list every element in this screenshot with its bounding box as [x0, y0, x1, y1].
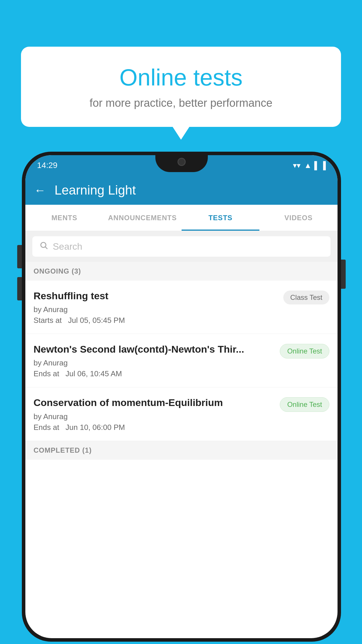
phone-screen: 14:29 ▾▾ ▲▐ ▐ ← Learning Light MENTS ANN… — [25, 155, 338, 638]
search-placeholder: Search — [53, 241, 82, 252]
volume-up-button — [17, 245, 22, 268]
app-header: ← Learning Light — [25, 176, 338, 205]
test-item[interactable]: Newton's Second law(contd)-Newton's Thir… — [25, 334, 338, 387]
search-icon — [39, 241, 48, 252]
test-title: Reshuffling test — [34, 289, 277, 302]
test-time: Ends at Jun 10, 06:00 PM — [34, 423, 274, 432]
svg-point-0 — [41, 242, 46, 248]
test-info: Newton's Second law(contd)-Newton's Thir… — [34, 343, 280, 378]
search-container: Search — [25, 231, 338, 262]
back-button[interactable]: ← — [34, 184, 46, 197]
test-author: by Anurag — [34, 305, 277, 314]
power-button — [341, 260, 346, 289]
test-list: Reshuffling test by Anurag Starts at Jul… — [25, 281, 338, 441]
speech-bubble-container: Online tests for more practice, better p… — [21, 47, 341, 127]
tab-announcements[interactable]: ANNOUNCEMENTS — [103, 205, 182, 231]
online-test-badge: Online Test — [280, 397, 329, 412]
battery-icon: ▐ — [321, 161, 326, 170]
test-time: Starts at Jul 05, 05:45 PM — [34, 316, 277, 325]
search-input-wrap[interactable]: Search — [32, 236, 331, 257]
completed-section-header: COMPLETED (1) — [25, 441, 338, 460]
test-title: Newton's Second law(contd)-Newton's Thir… — [34, 343, 274, 356]
speech-bubble: Online tests for more practice, better p… — [21, 47, 341, 127]
volume-down-button — [17, 277, 22, 300]
test-item[interactable]: Conservation of momentum-Equilibrium by … — [25, 387, 338, 441]
speech-bubble-subtitle: for more practice, better performance — [36, 97, 326, 109]
front-camera — [178, 158, 186, 166]
signal-icon: ▲▐ — [304, 161, 317, 170]
test-title: Conservation of momentum-Equilibrium — [34, 396, 274, 409]
tab-ments[interactable]: MENTS — [25, 205, 103, 231]
ongoing-section-header: ONGOING (3) — [25, 262, 338, 281]
tab-videos[interactable]: VIDEOS — [259, 205, 338, 231]
test-time: Ends at Jul 06, 10:45 AM — [34, 369, 274, 378]
test-info: Reshuffling test by Anurag Starts at Jul… — [34, 289, 283, 325]
status-icons: ▾▾ ▲▐ ▐ — [293, 161, 326, 170]
online-test-badge: Online Test — [280, 344, 329, 358]
test-item[interactable]: Reshuffling test by Anurag Starts at Jul… — [25, 281, 338, 334]
completed-section-label: COMPLETED (1) — [34, 446, 92, 454]
test-info: Conservation of momentum-Equilibrium by … — [34, 396, 280, 432]
ongoing-section-label: ONGOING (3) — [34, 267, 81, 275]
tab-tests[interactable]: TESTS — [182, 205, 260, 231]
phone-frame: 14:29 ▾▾ ▲▐ ▐ ← Learning Light MENTS ANN… — [22, 152, 341, 642]
class-test-badge: Class Test — [283, 290, 329, 304]
svg-line-1 — [45, 247, 48, 249]
speech-bubble-title: Online tests — [36, 64, 326, 91]
test-author: by Anurag — [34, 358, 274, 368]
status-time: 14:29 — [37, 161, 57, 170]
phone-notch — [155, 152, 208, 172]
test-author: by Anurag — [34, 412, 274, 421]
wifi-icon: ▾▾ — [293, 161, 301, 170]
tabs-bar: MENTS ANNOUNCEMENTS TESTS VIDEOS — [25, 205, 338, 231]
app-title: Learning Light — [55, 183, 136, 197]
